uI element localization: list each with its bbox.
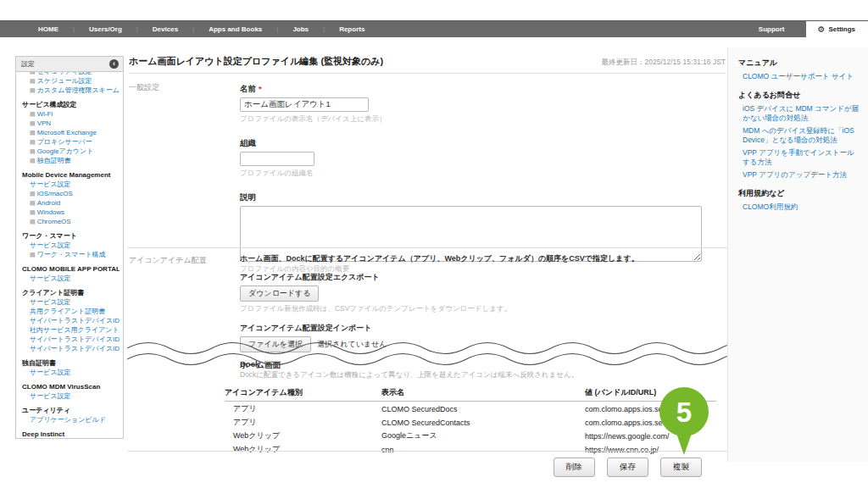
sidebar-group-header: サービス構成設定 — [22, 100, 120, 109]
sidebar-item-label: サイバートラストデバイスID G3is(... — [30, 344, 120, 353]
table-cell: Webクリップ — [225, 442, 381, 456]
sidebar-item[interactable]: サイバートラストデバイスID G3is... — [22, 335, 120, 344]
org-label: 組織 — [240, 138, 256, 147]
profile-type-icon: ▤ — [30, 156, 36, 165]
nav-settings-tab[interactable]: ⚙ Settings — [806, 21, 868, 37]
sidebar-group-header: CLOMO MDM VirusScan — [22, 382, 120, 391]
help-panel: マニュアルCLOMO ユーザーサポート サイトよくあるお問合せiOS デバイスに… — [727, 47, 868, 462]
page-header: ホーム画面レイアウト設定プロファイル編集 (監視対象のみ) 最終更新日：2025… — [129, 55, 726, 74]
profile-type-icon: ▤ — [30, 128, 36, 137]
table-cell: https://www.cnn.co.jp/ — [585, 442, 716, 456]
sidebar-item[interactable]: ▤Microsoft Exchange — [22, 128, 120, 137]
name-field-group: 名前* プロファイルの表示名（デバイス上に表示） — [240, 80, 715, 125]
help-link[interactable]: iOS デバイスに MDM コマンドが届かない場合の対処法 — [738, 104, 860, 123]
duplicate-button[interactable]: 複製 — [660, 458, 702, 477]
sidebar-item[interactable]: サービス設定 — [22, 297, 120, 307]
sidebar-item[interactable]: サイバートラストデバイスID(pilot)... — [22, 316, 120, 325]
sidebar-item[interactable]: ▤スケジュール設定 — [22, 76, 120, 86]
sidebar-item[interactable]: サービス設定 — [22, 241, 120, 250]
import-label: アイコンアイテム配置設定インポート — [240, 323, 715, 334]
description-label: 説明 — [240, 192, 256, 202]
sidebar-item[interactable]: ▤Windows — [22, 208, 120, 217]
nav-item-users-org[interactable]: Users/Org — [75, 25, 136, 33]
sidebar-item[interactable]: サービス設定 — [22, 180, 120, 189]
nav-support[interactable]: Support — [737, 25, 807, 33]
help-link[interactable]: VPP アプリのアップデート方法 — [738, 170, 860, 180]
annotation-step-badge: 5 — [659, 387, 709, 436]
sidebar-item[interactable]: 共用クライアント証明書 — [22, 307, 120, 316]
dock-help: Dockに配置できるアイコン数は機種によって異なり、上限を超えたアイコンは端末へ… — [240, 370, 730, 380]
sidebar-item-label: Windows — [37, 208, 64, 217]
sidebar-item[interactable]: ▤カスタム管理権限スキーム設定 — [22, 86, 120, 95]
sidebar-item-label: ワーク・スマート構成 — [37, 250, 106, 259]
help-section-header: マニュアル — [738, 58, 860, 69]
sidebar-item[interactable]: ▤Android — [22, 198, 120, 208]
table-cell: アプリ — [225, 415, 381, 429]
dock-section: Dock Dockに配置できるアイコン数は機種によって異なり、上限を超えたアイコ… — [240, 359, 730, 456]
sidebar-item-label: スケジュール設定 — [37, 76, 92, 86]
table-row: アプリCLOMO SecuredContactscom.clomo.apps.i… — [225, 415, 716, 429]
sidebar-item[interactable]: ▤独自証明書 — [22, 156, 120, 165]
sidebar-item[interactable]: サイバートラストデバイスID G3is(... — [22, 344, 120, 353]
sidebar-group-header: 独自証明書 — [22, 358, 120, 368]
nav-item-reports[interactable]: Reports — [325, 25, 379, 33]
sidebar-item[interactable]: ▤Wi-Fi — [22, 109, 120, 119]
export-label: アイコンアイテム配置設定エクスポート — [240, 272, 715, 283]
download-button[interactable]: ダウンロードする — [240, 286, 319, 302]
sidebar-item-label: プロキシサーバー — [37, 137, 92, 147]
sidebar-collapse-icon[interactable]: ‹ — [109, 59, 119, 69]
sidebar-item[interactable]: ▤iOS/macOS — [22, 189, 120, 198]
sidebar-item[interactable]: ▤ワーク・スマート構成 — [22, 250, 120, 259]
sidebar-item[interactable]: ▤Googleアカウント — [22, 147, 120, 156]
profile-type-icon: ▤ — [30, 76, 36, 86]
nav-item-home[interactable]: HOME — [24, 25, 73, 33]
org-input[interactable] — [240, 152, 314, 166]
sidebar-item[interactable]: サービス設定 — [22, 391, 120, 401]
nav-right: Support ⚙ Settings — [737, 21, 868, 37]
table-cell: アプリ — [225, 402, 381, 416]
name-input[interactable] — [240, 97, 369, 112]
sidebar-body: ▤セキュリティ設定▤スケジュール設定▤カスタム管理権限スキーム設定サービス構成設… — [16, 72, 123, 439]
top-navigation: HOME|Users/Org|Devices|Apps and Books|Jo… — [0, 20, 868, 37]
save-button[interactable]: 保存 — [607, 458, 648, 477]
sidebar-item-label: Wi-Fi — [37, 109, 53, 119]
nav-item-jobs[interactable]: Jobs — [278, 25, 323, 33]
table-column-header: アイコンアイテム種別 — [225, 385, 381, 402]
table-column-header: 表示名 — [381, 385, 585, 402]
help-link[interactable]: VPP アプリを手動でインストールする方法 — [738, 148, 860, 167]
delete-button[interactable]: 削除 — [554, 458, 595, 477]
sidebar-item[interactable]: サービス設定 — [22, 368, 120, 377]
help-link[interactable]: CLOMO ユーザーサポート サイト — [738, 72, 860, 81]
sidebar-item[interactable]: アプリケーションビルド — [22, 415, 120, 424]
sidebar-item[interactable]: ▤プロキシサーバー — [22, 137, 120, 147]
section-label-general: 一般設定 — [129, 82, 159, 93]
sidebar-item-label: Googleアカウント — [37, 147, 94, 156]
sidebar-item[interactable]: 社内サービス用クライアント証明書 — [22, 325, 120, 335]
sidebar-item-label: サービス設定 — [30, 241, 71, 250]
sidebar-item-label: 独自証明書 — [37, 156, 71, 165]
sidebar-item-label: サービス設定 — [30, 180, 71, 189]
sidebar-item[interactable]: ▤VPN — [22, 119, 120, 128]
export-help: プロファイル新規作成時は、CSVファイルのテンプレートをダウンロードします。 — [240, 304, 715, 314]
sidebar-item-label: iOS/macOS — [37, 189, 73, 198]
sidebar-item[interactable]: ▤ChromeOS — [22, 217, 120, 226]
sidebar-group-header: CLOMO MOBILE APP PORTAL — [22, 264, 120, 274]
sidebar-item-label: サービス設定 — [30, 391, 71, 401]
sidebar-item[interactable]: サービス設定 — [22, 274, 120, 283]
nav-item-devices[interactable]: Devices — [138, 25, 192, 33]
table-row: Webクリップcnnhttps://www.cnn.co.jp/ — [225, 442, 716, 456]
profile-type-icon: ▤ — [30, 208, 36, 217]
name-label: 名前 — [240, 84, 256, 93]
sidebar-header: 設定 ‹ — [16, 57, 123, 72]
sidebar-item-label: VPN — [37, 119, 51, 128]
org-help: プロファイルの組織名 — [240, 169, 715, 179]
help-link[interactable]: CLOMO利用規約 — [738, 202, 860, 212]
help-link[interactable]: MDM へのデバイス登録時に「iOS Device」となる場合の対処法 — [738, 126, 860, 145]
sidebar-item-label: サービス設定 — [30, 297, 71, 307]
general-fields: 名前* プロファイルの表示名（デバイス上に表示） 組織 プロファイルの組織名 説… — [240, 80, 715, 274]
nav-item-apps-and-books[interactable]: Apps and Books — [194, 25, 276, 33]
sidebar-group-header: ユーティリティ — [22, 406, 120, 415]
sidebar-group-header: Mobile Device Management — [22, 170, 120, 180]
profile-type-icon: ▤ — [30, 137, 36, 147]
table-cell: cnn — [381, 442, 585, 456]
